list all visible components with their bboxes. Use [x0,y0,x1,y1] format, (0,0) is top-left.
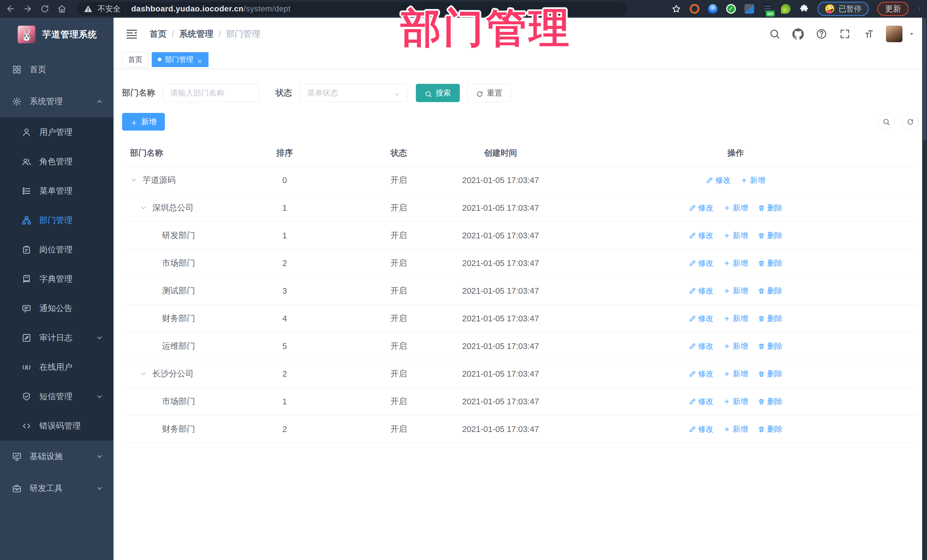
sidebar-item-0[interactable]: 首页 [0,54,114,85]
row-action-plus[interactable]: 新增 [723,369,748,379]
sidebar-item-8[interactable]: 通知公告 [0,294,114,323]
address-bar[interactable]: 不安全 dashboard.yudao.iocoder.cn/system/de… [77,2,628,16]
row-action-delete[interactable]: 删除 [758,286,783,296]
sidebar-collapse-icon[interactable] [126,28,138,40]
user-avatar[interactable] [886,26,903,42]
browser-reload-icon[interactable] [40,4,50,14]
app-logo: 🐰 [18,26,35,43]
sidebar-item-6[interactable]: 岗位管理 [0,235,114,264]
sidebar-item-7[interactable]: 字典管理 [0,264,114,294]
github-icon[interactable] [792,28,804,39]
row-action-delete[interactable]: 删除 [758,424,783,434]
refresh-table-button[interactable] [902,114,918,130]
browser-forward-icon[interactable] [23,4,32,14]
table-row-3: 市场部门2开启2021-01-05 17:03:47修改新增删除 [122,249,918,277]
sidebar-item-9[interactable]: 审计日志 [0,323,114,352]
edit-icon [689,260,696,267]
extension-ring-icon[interactable] [690,4,699,14]
breadcrumb-item-0[interactable]: 首页 [149,28,167,40]
add-button[interactable]: 新增 [122,113,165,131]
sms-icon [22,392,31,401]
sidebar-item-13[interactable]: 基础设施 [0,440,114,472]
row-action-plus[interactable]: 新增 [723,286,748,296]
tab-close-icon[interactable] [197,57,202,62]
status-select[interactable]: 菜单状态 [299,84,407,102]
bookmark-star-icon[interactable] [672,4,681,14]
row-action-plus[interactable]: 新增 [723,424,748,434]
created-cell: 2021-01-05 17:03:47 [448,286,553,296]
dept-name-input[interactable] [163,84,260,102]
header-search-icon[interactable] [769,28,780,39]
created-cell: 2021-01-05 17:03:47 [448,397,553,406]
row-action-delete[interactable]: 删除 [758,231,783,241]
row-action-plus[interactable]: 新增 [723,231,748,241]
expand-toggle[interactable] [140,370,152,378]
row-action-delete[interactable]: 删除 [758,203,783,213]
sidebar-item-12[interactable]: 错误码管理 [0,411,114,440]
row-action-edit[interactable]: 修改 [689,424,714,434]
extensions-puzzle-icon[interactable] [799,4,809,14]
row-action-edit[interactable]: 修改 [689,341,714,351]
row-action-edit[interactable]: 修改 [689,369,714,379]
sidebar-item-1[interactable]: 系统管理 [0,85,114,117]
avatar-caret-down-icon[interactable] [908,30,915,37]
created-cell: 2021-01-05 17:03:47 [448,176,553,185]
row-action-delete[interactable]: 删除 [758,258,783,268]
row-action-plus[interactable]: 新增 [723,203,748,213]
search-button[interactable]: 搜索 [416,84,460,102]
tab-0[interactable]: 首页 [122,52,148,67]
extension-grid-icon[interactable] [745,4,754,14]
sidebar-item-14[interactable]: 研发工具 [0,472,114,504]
row-action-edit[interactable]: 修改 [689,286,714,296]
expand-toggle[interactable] [130,176,143,184]
row-action-plus[interactable]: 新增 [723,396,748,407]
extension-check-icon[interactable]: ✓ [726,4,736,14]
chevron-down-icon [140,204,147,212]
sidebar-item-4[interactable]: 菜单管理 [0,176,114,206]
browser-menu-dots-icon[interactable] [917,3,921,15]
row-action-plus[interactable]: 新增 [723,341,748,351]
row-action-delete[interactable]: 删除 [758,369,783,379]
sidebar-item-10[interactable]: 在线用户 [0,352,114,382]
table-toolbar: 新增 [122,113,918,131]
plus-icon [723,370,731,378]
extension-drop-icon[interactable] [708,4,718,14]
toggle-search-button[interactable] [878,114,895,130]
sidebar-item-5[interactable]: 部门管理 [0,206,114,235]
row-action-edit[interactable]: 修改 [706,175,731,185]
row-action-delete[interactable]: 删除 [758,341,783,351]
expand-toggle[interactable] [140,204,152,212]
sidebar-item-2[interactable]: 用户管理 [0,117,114,147]
reset-button[interactable]: 重置 [467,84,511,102]
row-action-edit[interactable]: 修改 [689,396,714,407]
row-action-plus[interactable]: 新增 [723,258,748,268]
fullscreen-icon[interactable] [839,28,851,39]
row-action-edit[interactable]: 修改 [689,258,714,268]
row-action-edit[interactable]: 修改 [689,203,714,213]
browser-back-icon[interactable] [6,4,15,14]
created-cell: 2021-01-05 17:03:47 [448,259,553,268]
row-action-plus[interactable]: 新增 [723,313,748,323]
sort-cell: 1 [220,397,349,406]
browser-chrome: 不安全 dashboard.yudao.iocoder.cn/system/de… [0,0,927,18]
page-scrollbar[interactable] [922,18,927,560]
profile-paused-badge[interactable]: 🤪 已暂停 [818,2,869,16]
row-action-plus[interactable]: 新增 [740,175,765,185]
browser-home-icon[interactable] [57,4,67,14]
help-icon[interactable] [816,28,827,39]
app-logo-row[interactable]: 🐰 芋道管理系统 [0,18,114,51]
row-action-edit[interactable]: 修改 [689,231,714,241]
browser-update-button[interactable]: 更新 [877,2,909,16]
sidebar-item-3[interactable]: 角色管理 [0,147,114,176]
sidebar-item-11[interactable]: 短信管理 [0,382,114,411]
row-action-edit[interactable]: 修改 [689,313,714,323]
row-action-delete[interactable]: 删除 [758,313,783,323]
breadcrumb-item-1[interactable]: 系统管理 [179,28,213,40]
extension-bars-icon[interactable]: on [763,4,772,14]
font-size-icon[interactable] [863,28,874,39]
row-actions: 修改新增删除 [553,313,918,323]
row-action-delete[interactable]: 删除 [758,396,783,407]
extension-sprout-icon[interactable] [781,4,791,14]
column-header-1: 排序 [220,147,349,159]
tab-1[interactable]: 部门管理 [152,52,208,67]
